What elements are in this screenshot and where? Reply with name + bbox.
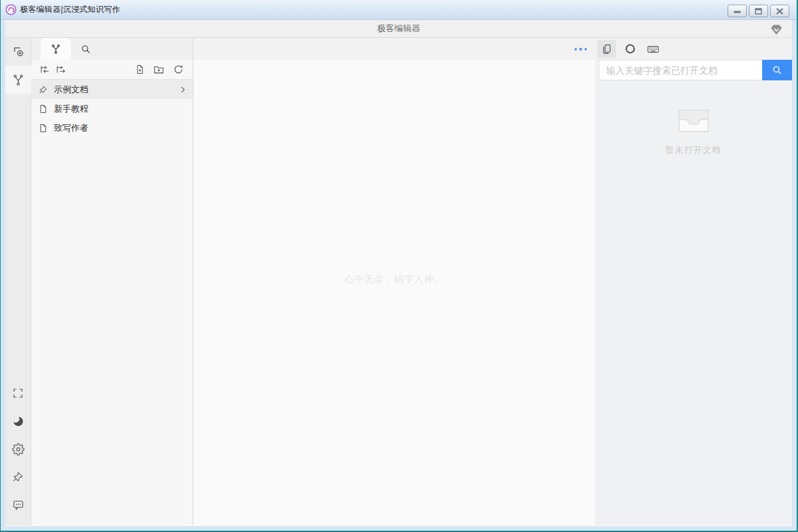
- right-panel-toolbar: [595, 38, 792, 60]
- more-menu-button[interactable]: [572, 44, 589, 54]
- activity-bar: [5, 38, 31, 525]
- search-icon: [771, 64, 783, 76]
- inbox-icon: [676, 107, 711, 135]
- doc-search-input[interactable]: [599, 60, 762, 80]
- file-icon: [38, 104, 49, 114]
- pin-icon: [38, 84, 49, 95]
- new-folder-icon[interactable]: [151, 62, 167, 78]
- pin-icon[interactable]: [5, 463, 31, 491]
- tree-item-file[interactable]: 新手教程: [31, 99, 193, 118]
- tree-tab-bar: [31, 38, 193, 60]
- app-header: 极客编辑器: [5, 20, 792, 38]
- empty-state-text: 暂未打开文档: [666, 144, 722, 156]
- doc-search-button[interactable]: [762, 60, 792, 80]
- tab-file-tree[interactable]: [41, 38, 71, 60]
- close-button[interactable]: [770, 5, 789, 17]
- gem-icon[interactable]: [769, 23, 783, 36]
- doc-search-bar: [599, 60, 792, 80]
- tab-search[interactable]: [71, 38, 100, 60]
- search-icon: [80, 44, 91, 54]
- app-header-title: 极客编辑器: [377, 23, 421, 35]
- feedback-comment-icon[interactable]: [5, 491, 31, 519]
- titlebar: 极客编辑器|沉浸式知识写作: [1, 0, 797, 20]
- chevron-right-icon: [178, 85, 187, 94]
- new-file-icon[interactable]: [132, 62, 148, 78]
- ellipsis-icon: [575, 48, 577, 50]
- minimize-icon: [734, 8, 741, 14]
- app-logo-icon: [5, 4, 17, 15]
- minimize-button[interactable]: [728, 5, 747, 17]
- app-window: 极客编辑器|沉浸式知识写作: [1, 0, 797, 531]
- window-title: 极客编辑器|沉浸式知识写作: [20, 4, 120, 15]
- editor-placeholder-text: 心中无尘，码字入神。: [193, 274, 595, 286]
- tree-toolbar: [31, 60, 193, 80]
- documents-icon[interactable]: [597, 40, 616, 58]
- fullscreen-icon[interactable]: [5, 379, 31, 407]
- tree-item-label: 新手教程: [54, 103, 187, 115]
- file-tree-list: 示例文档 新手教程: [31, 80, 193, 137]
- expand-all-icon[interactable]: [52, 62, 68, 78]
- dark-mode-moon-icon[interactable]: [5, 407, 31, 435]
- sync-icon[interactable]: [621, 40, 639, 58]
- branch-icon: [50, 44, 61, 54]
- editor-top-bar: [193, 38, 595, 60]
- keyboard-icon[interactable]: [644, 40, 662, 58]
- client-area: 极客编辑器: [5, 20, 792, 526]
- tree-item-folder[interactable]: 示例文档: [31, 80, 193, 99]
- settings-gear-icon[interactable]: [5, 435, 31, 463]
- editor-area: 心中无尘，码字入神。: [193, 38, 595, 525]
- window-controls: [728, 5, 789, 17]
- close-icon: [776, 8, 783, 15]
- maximize-button[interactable]: [749, 5, 768, 17]
- new-node-icon[interactable]: [5, 38, 31, 66]
- empty-state: 暂未打开文档: [595, 107, 792, 156]
- file-icon: [38, 123, 49, 133]
- collapse-all-icon[interactable]: [37, 62, 52, 78]
- maximize-icon: [755, 8, 762, 15]
- tree-item-file[interactable]: 致写作者: [31, 118, 193, 137]
- opened-docs-panel: 暂未打开文档: [595, 38, 792, 525]
- refresh-icon[interactable]: [170, 62, 186, 78]
- branch-icon[interactable]: [5, 66, 31, 94]
- tree-item-label: 致写作者: [54, 122, 187, 134]
- file-tree-panel: 示例文档 新手教程: [31, 38, 193, 525]
- tree-item-label: 示例文档: [54, 84, 178, 96]
- main-content: 示例文档 新手教程: [5, 38, 792, 525]
